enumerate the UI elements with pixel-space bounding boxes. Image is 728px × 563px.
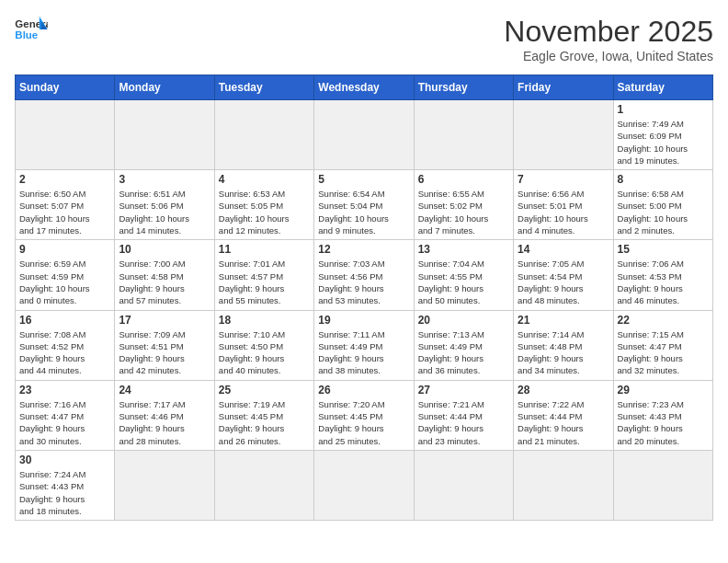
calendar-week-row: 30Sunrise: 7:24 AM Sunset: 4:43 PM Dayli… — [16, 450, 713, 520]
logo: General Blue — [15, 15, 48, 42]
day-number: 18 — [219, 314, 310, 327]
day-info: Sunrise: 7:13 AM Sunset: 4:49 PM Dayligh… — [418, 328, 509, 377]
weekday-header-friday: Friday — [514, 75, 613, 100]
weekday-header-tuesday: Tuesday — [214, 75, 313, 100]
calendar-cell — [314, 450, 414, 520]
day-info: Sunrise: 6:53 AM Sunset: 5:05 PM Dayligh… — [219, 188, 310, 236]
day-info: Sunrise: 7:19 AM Sunset: 4:45 PM Dayligh… — [219, 398, 310, 447]
day-info: Sunrise: 7:17 AM Sunset: 4:46 PM Dayligh… — [119, 398, 210, 447]
calendar-cell — [214, 100, 313, 170]
weekday-header-monday: Monday — [115, 75, 214, 100]
day-number: 8 — [618, 173, 709, 186]
calendar-cell: 2Sunrise: 6:50 AM Sunset: 5:07 PM Daylig… — [16, 170, 115, 240]
day-number: 23 — [19, 384, 110, 396]
day-info: Sunrise: 6:55 AM Sunset: 5:02 PM Dayligh… — [418, 188, 509, 236]
calendar-cell: 28Sunrise: 7:22 AM Sunset: 4:44 PM Dayli… — [514, 380, 613, 450]
day-number: 29 — [618, 384, 709, 396]
day-info: Sunrise: 7:24 AM Sunset: 4:43 PM Dayligh… — [19, 468, 110, 517]
day-number: 1 — [618, 103, 709, 116]
day-number: 27 — [418, 384, 509, 396]
day-number: 6 — [418, 173, 509, 186]
calendar-week-row: 1Sunrise: 7:49 AM Sunset: 6:09 PM Daylig… — [16, 100, 713, 170]
day-number: 30 — [19, 454, 110, 466]
weekday-header-saturday: Saturday — [613, 75, 712, 100]
calendar-cell — [16, 100, 115, 170]
day-info: Sunrise: 7:06 AM Sunset: 4:53 PM Dayligh… — [618, 258, 709, 306]
day-number: 2 — [19, 173, 110, 186]
day-number: 19 — [318, 314, 409, 327]
calendar-cell: 16Sunrise: 7:08 AM Sunset: 4:52 PM Dayli… — [16, 310, 115, 380]
month-title: November 2025 — [504, 15, 713, 49]
day-number: 13 — [418, 243, 509, 256]
day-number: 25 — [219, 384, 310, 396]
day-number: 10 — [119, 243, 210, 256]
day-info: Sunrise: 6:56 AM Sunset: 5:01 PM Dayligh… — [518, 188, 609, 236]
page-header: General Blue November 2025 Eagle Grove, … — [15, 15, 713, 63]
calendar-cell — [115, 100, 214, 170]
calendar-week-row: 16Sunrise: 7:08 AM Sunset: 4:52 PM Dayli… — [16, 310, 713, 380]
calendar-cell: 9Sunrise: 6:59 AM Sunset: 4:59 PM Daylig… — [16, 240, 115, 310]
day-number: 24 — [119, 384, 210, 396]
calendar-cell — [514, 100, 613, 170]
calendar-cell: 18Sunrise: 7:10 AM Sunset: 4:50 PM Dayli… — [214, 310, 313, 380]
day-info: Sunrise: 7:00 AM Sunset: 4:58 PM Dayligh… — [119, 258, 210, 306]
day-number: 22 — [618, 314, 709, 327]
title-section: November 2025 Eagle Grove, Iowa, United … — [504, 15, 713, 63]
day-info: Sunrise: 7:11 AM Sunset: 4:49 PM Dayligh… — [318, 328, 409, 377]
calendar-cell: 23Sunrise: 7:16 AM Sunset: 4:47 PM Dayli… — [16, 380, 115, 450]
weekday-header-wednesday: Wednesday — [314, 75, 414, 100]
day-number: 14 — [518, 243, 609, 256]
day-info: Sunrise: 7:09 AM Sunset: 4:51 PM Dayligh… — [119, 328, 210, 377]
weekday-header-sunday: Sunday — [16, 75, 115, 100]
calendar-cell — [115, 450, 214, 520]
day-number: 3 — [119, 173, 210, 186]
calendar-cell: 20Sunrise: 7:13 AM Sunset: 4:49 PM Dayli… — [414, 310, 513, 380]
calendar-cell: 24Sunrise: 7:17 AM Sunset: 4:46 PM Dayli… — [115, 380, 214, 450]
svg-text:Blue: Blue — [15, 29, 38, 40]
day-info: Sunrise: 7:10 AM Sunset: 4:50 PM Dayligh… — [219, 328, 310, 377]
day-info: Sunrise: 7:05 AM Sunset: 4:54 PM Dayligh… — [518, 258, 609, 306]
day-info: Sunrise: 7:20 AM Sunset: 4:45 PM Dayligh… — [318, 398, 409, 447]
logo-icon: General Blue — [15, 15, 48, 42]
day-info: Sunrise: 7:03 AM Sunset: 4:56 PM Dayligh… — [318, 258, 409, 306]
day-info: Sunrise: 7:21 AM Sunset: 4:44 PM Dayligh… — [418, 398, 509, 447]
calendar-cell: 12Sunrise: 7:03 AM Sunset: 4:56 PM Dayli… — [314, 240, 414, 310]
calendar-cell — [613, 450, 712, 520]
calendar-cell: 30Sunrise: 7:24 AM Sunset: 4:43 PM Dayli… — [16, 450, 115, 520]
calendar-cell: 14Sunrise: 7:05 AM Sunset: 4:54 PM Dayli… — [514, 240, 613, 310]
calendar-cell — [414, 450, 513, 520]
calendar-cell: 15Sunrise: 7:06 AM Sunset: 4:53 PM Dayli… — [613, 240, 712, 310]
day-info: Sunrise: 7:15 AM Sunset: 4:47 PM Dayligh… — [618, 328, 709, 377]
day-info: Sunrise: 7:16 AM Sunset: 4:47 PM Dayligh… — [19, 398, 110, 447]
day-info: Sunrise: 7:49 AM Sunset: 6:09 PM Dayligh… — [618, 118, 709, 167]
day-info: Sunrise: 7:23 AM Sunset: 4:43 PM Dayligh… — [618, 398, 709, 447]
calendar-cell: 5Sunrise: 6:54 AM Sunset: 5:04 PM Daylig… — [314, 170, 414, 240]
calendar-week-row: 2Sunrise: 6:50 AM Sunset: 5:07 PM Daylig… — [16, 170, 713, 240]
day-number: 9 — [19, 243, 110, 256]
calendar-cell: 8Sunrise: 6:58 AM Sunset: 5:00 PM Daylig… — [613, 170, 712, 240]
day-info: Sunrise: 6:59 AM Sunset: 4:59 PM Dayligh… — [19, 258, 110, 306]
day-number: 5 — [318, 173, 409, 186]
calendar-cell: 1Sunrise: 7:49 AM Sunset: 6:09 PM Daylig… — [613, 100, 712, 170]
calendar-cell: 7Sunrise: 6:56 AM Sunset: 5:01 PM Daylig… — [514, 170, 613, 240]
calendar-cell: 3Sunrise: 6:51 AM Sunset: 5:06 PM Daylig… — [115, 170, 214, 240]
calendar-cell: 11Sunrise: 7:01 AM Sunset: 4:57 PM Dayli… — [214, 240, 313, 310]
day-info: Sunrise: 7:08 AM Sunset: 4:52 PM Dayligh… — [19, 328, 110, 377]
day-number: 28 — [518, 384, 609, 396]
day-number: 7 — [518, 173, 609, 186]
day-info: Sunrise: 6:54 AM Sunset: 5:04 PM Dayligh… — [318, 188, 409, 236]
day-number: 16 — [19, 314, 110, 327]
calendar-cell: 17Sunrise: 7:09 AM Sunset: 4:51 PM Dayli… — [115, 310, 214, 380]
day-info: Sunrise: 6:51 AM Sunset: 5:06 PM Dayligh… — [119, 188, 210, 236]
calendar-cell: 6Sunrise: 6:55 AM Sunset: 5:02 PM Daylig… — [414, 170, 513, 240]
calendar-cell: 22Sunrise: 7:15 AM Sunset: 4:47 PM Dayli… — [613, 310, 712, 380]
day-number: 17 — [119, 314, 210, 327]
day-info: Sunrise: 6:50 AM Sunset: 5:07 PM Dayligh… — [19, 188, 110, 236]
calendar-cell — [514, 450, 613, 520]
calendar-cell — [414, 100, 513, 170]
day-number: 26 — [318, 384, 409, 396]
calendar-week-row: 23Sunrise: 7:16 AM Sunset: 4:47 PM Dayli… — [16, 380, 713, 450]
day-number: 4 — [219, 173, 310, 186]
calendar-cell — [214, 450, 313, 520]
day-number: 21 — [518, 314, 609, 327]
